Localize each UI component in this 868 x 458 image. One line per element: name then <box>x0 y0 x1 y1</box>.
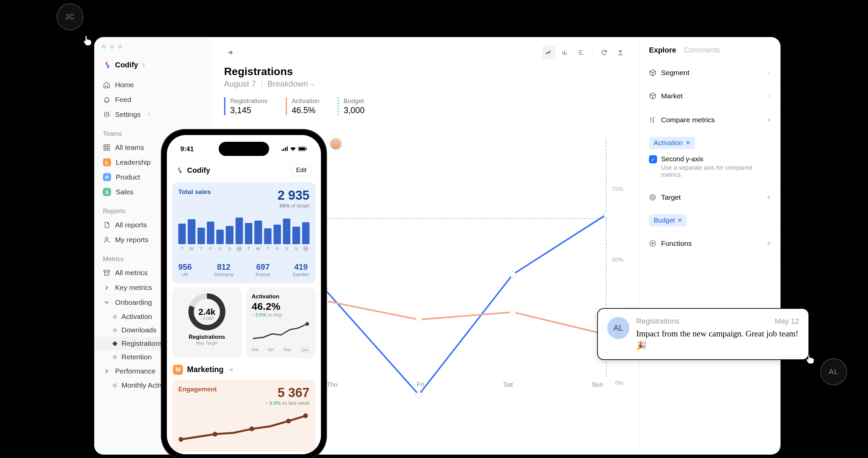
page-subtitle: August 7 | Breakdown <box>224 79 627 89</box>
svg-point-8 <box>416 392 422 398</box>
wifi-icon <box>290 146 296 151</box>
breakdown-dropdown[interactable]: Breakdown <box>268 79 315 89</box>
user-avatar[interactable] <box>329 137 342 150</box>
phone-brand: Codify <box>176 166 210 175</box>
view-bar-chart[interactable] <box>558 46 571 59</box>
svg-point-28 <box>213 432 217 436</box>
home-icon <box>103 81 110 89</box>
phone-registrations-card[interactable]: 2.4k / 3 000 Registrations May Target <box>172 288 242 358</box>
comment-date: May 12 <box>775 317 799 326</box>
svg-point-17 <box>651 196 654 198</box>
brand-name: Codify <box>115 61 138 69</box>
function-icon <box>649 240 656 247</box>
panel-market[interactable]: Market <box>640 85 780 108</box>
svg-point-13 <box>416 317 422 323</box>
y-tick: 50% <box>612 257 623 263</box>
kpi-budget: Budget3,000 <box>337 97 365 115</box>
document-icon <box>103 221 110 229</box>
phone-activation-card[interactable]: Activation 46.2% ↑ 3.5% vs May MarAprMay… <box>246 288 316 358</box>
panel-target[interactable]: Target + <box>640 185 780 209</box>
kpi-row: Registrations3,145Activation46.5%Budget3… <box>224 97 627 115</box>
phone-bar-chart <box>178 214 310 244</box>
svg-rect-2 <box>104 148 106 150</box>
plus-icon[interactable]: + <box>766 193 771 202</box>
battery-icon <box>298 146 308 151</box>
chevron-right-icon <box>766 94 771 98</box>
plus-icon[interactable]: + <box>766 115 771 124</box>
cursor-hand-icon <box>81 34 94 47</box>
chip-activation[interactable]: Activation✕ <box>649 137 695 149</box>
close-icon[interactable]: ✕ <box>686 139 690 146</box>
signal-icon <box>282 146 288 151</box>
panel-compare-metrics[interactable]: Compare metrics + <box>640 108 780 132</box>
chip-budget[interactable]: Budget✕ <box>649 214 687 227</box>
svg-point-9 <box>510 271 516 278</box>
chevron-right-icon <box>103 367 110 375</box>
export-button[interactable] <box>614 46 627 59</box>
archive-icon <box>103 269 110 277</box>
comment-title: Registrations <box>636 317 679 326</box>
page-title: Registrations <box>224 65 627 78</box>
bar-chart-icon <box>561 49 568 56</box>
comment-body: Impact from the new campaign. Great job … <box>636 328 799 351</box>
sparkline <box>252 321 310 344</box>
grid-icon <box>103 144 110 151</box>
svg-rect-5 <box>104 270 110 272</box>
list-icon <box>578 49 584 56</box>
phone-engagement-card[interactable]: Engagement 5 367 ↑ 3.5% vs last week <box>172 379 316 452</box>
panel-segment[interactable]: Segment <box>640 61 780 85</box>
compare-icon <box>649 116 656 123</box>
phone-marketing-section[interactable]: M Marketing <box>172 363 316 379</box>
nav-settings[interactable]: Settings <box>94 107 212 122</box>
cursor-badge-jc: JC <box>57 3 84 30</box>
phone-mockup: 9:41 Codify Edit Total sales 2 935 93% o… <box>161 130 326 458</box>
close-icon[interactable]: ✕ <box>678 217 682 224</box>
svg-point-16 <box>650 195 656 200</box>
bell-icon <box>103 96 110 104</box>
refresh-button[interactable] <box>597 46 611 59</box>
svg-point-31 <box>303 413 308 418</box>
phone-edit-button[interactable]: Edit <box>290 164 312 176</box>
view-line-chart[interactable] <box>542 46 555 59</box>
svg-rect-1 <box>107 145 109 147</box>
refresh-icon <box>601 49 608 56</box>
donut-chart: 2.4k / 3 000 <box>188 293 225 331</box>
upload-icon <box>617 49 624 56</box>
svg-rect-22 <box>287 146 288 151</box>
cube-icon <box>649 92 656 100</box>
svg-point-4 <box>105 237 108 240</box>
phone-total-sales-card[interactable]: Total sales 2 935 93% of target TWTFSSMT… <box>172 182 316 283</box>
second-y-axis-checkbox[interactable]: ✓ Second y-axisUse a separate axis for c… <box>640 149 780 180</box>
tab-explore[interactable]: Explore <box>649 46 676 55</box>
comment-card[interactable]: AL RegistrationsMay 12 Impact from the n… <box>597 308 809 360</box>
line-chart-icon <box>545 49 552 56</box>
svg-rect-21 <box>285 147 286 151</box>
svg-point-27 <box>179 437 183 441</box>
avatar: AL <box>607 317 629 339</box>
nav-feed[interactable]: Feed <box>94 92 212 107</box>
plus-icon[interactable]: + <box>766 239 771 248</box>
svg-rect-20 <box>283 148 284 151</box>
sliders-icon <box>103 111 110 118</box>
brand[interactable]: Codify <box>94 61 212 78</box>
tab-comments[interactable]: Comments <box>684 46 720 55</box>
brand-logo-icon <box>176 166 184 174</box>
arrow-left-icon <box>227 49 235 56</box>
svg-point-30 <box>286 419 291 423</box>
svg-rect-25 <box>306 148 307 150</box>
svg-rect-3 <box>107 148 109 150</box>
chevron-right-icon <box>103 284 110 291</box>
view-list[interactable] <box>574 46 588 59</box>
y-tick: 0% <box>615 380 623 387</box>
cursor-badge-al: AL <box>820 358 847 385</box>
panel-functions[interactable]: Functions + <box>640 231 780 256</box>
svg-rect-24 <box>299 147 305 150</box>
back-button[interactable] <box>224 46 238 59</box>
svg-rect-19 <box>282 149 283 151</box>
svg-point-14 <box>510 309 516 315</box>
arrow-right-icon <box>228 367 234 373</box>
svg-point-10 <box>603 211 607 218</box>
nav-home[interactable]: Home <box>94 78 212 92</box>
svg-point-29 <box>249 426 254 431</box>
brand-logo-icon <box>103 61 112 69</box>
